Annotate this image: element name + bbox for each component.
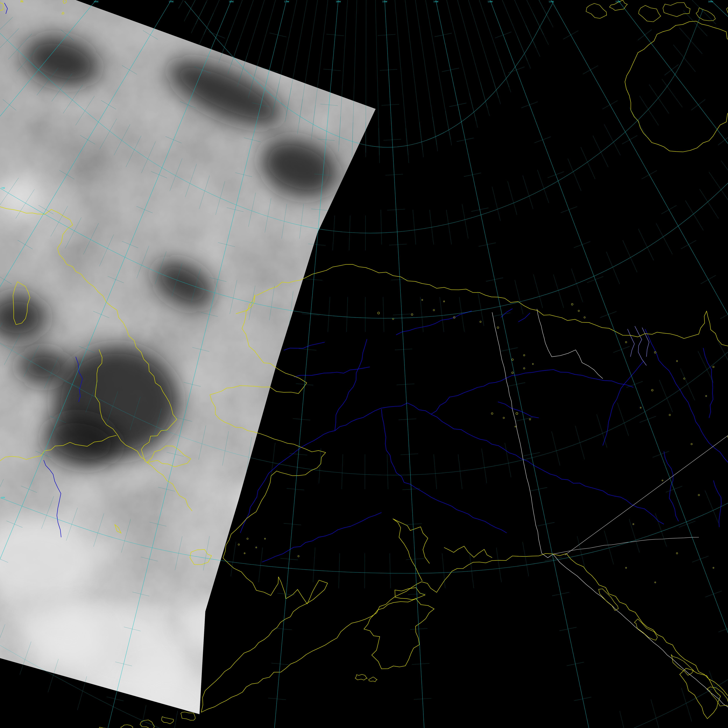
island — [181, 712, 196, 720]
meridian-tick — [613, 346, 630, 352]
meridian-tick — [700, 275, 716, 284]
coastline-haida-gwaii — [680, 668, 720, 719]
island — [663, 3, 690, 17]
meridian-tick — [720, 310, 728, 319]
meridian-tick — [560, 627, 577, 631]
lake — [411, 314, 413, 315]
river-nwt-3 — [664, 451, 679, 521]
meridian-tick — [638, 30, 652, 40]
latitude-tick — [379, 128, 379, 163]
meridian-tick — [495, 32, 511, 38]
latitude-tick — [413, 210, 416, 245]
river-delta-braid-2 — [642, 327, 649, 357]
lake — [584, 317, 585, 318]
latitude-tick — [656, 223, 672, 254]
latitude-tick — [171, 711, 177, 728]
screenshot-root: { "canvas": {"width": 6000, "height": 60… — [0, 0, 728, 728]
latitude-tick — [552, 431, 560, 465]
meridian-tick — [661, 205, 677, 214]
river-peel — [603, 361, 644, 445]
meridian-tick — [501, 348, 518, 351]
meridian-tick — [626, 381, 643, 387]
lake — [633, 523, 634, 525]
latitude-tick — [496, 548, 502, 582]
meridian-tick — [574, 242, 590, 248]
coastline-cook-inlet — [393, 519, 430, 581]
latitude-tick — [387, 454, 388, 489]
lake — [433, 309, 434, 311]
latitude-tick — [709, 172, 728, 201]
latitude-tick — [604, 124, 620, 155]
latitude-arc-50N — [0, 721, 728, 728]
meridian-tick — [464, 173, 481, 177]
lake — [655, 582, 656, 583]
meridian-tick — [457, 138, 474, 142]
lake — [626, 341, 627, 343]
latitude-tick — [526, 25, 540, 57]
lake — [532, 363, 534, 365]
island — [162, 717, 174, 724]
border-alaska-yukon-141w — [492, 312, 541, 553]
latitude-tick — [683, 11, 707, 36]
latitude-tick — [420, 297, 423, 332]
minor-meridian-segment — [179, 0, 183, 8]
lake — [676, 552, 678, 554]
lake — [444, 301, 445, 302]
latitude-tick — [577, 536, 586, 570]
lake — [626, 567, 627, 569]
meridian-tick — [486, 278, 503, 281]
latitude-tick — [629, 519, 639, 552]
latitude-tick — [662, 79, 682, 107]
latitude-tick — [571, 269, 583, 302]
lake — [523, 355, 525, 356]
latitude-tick — [505, 443, 511, 477]
latitude-tick — [515, 280, 523, 314]
grid-label-180E: 180E — [229, 0, 234, 3]
meridian-tick — [603, 101, 618, 109]
latitude-tick — [383, 297, 384, 332]
meridian-tick — [718, 135, 728, 145]
meridian-tick — [681, 240, 696, 249]
latitude-tick — [347, 297, 347, 332]
coastline-canada-north — [589, 311, 728, 373]
latitude-tick — [328, 297, 330, 332]
latitude-tick — [470, 93, 478, 127]
border-sixty-north-border — [553, 537, 699, 554]
latitude-tick — [419, 122, 424, 157]
river-yukon-flats-braid — [498, 402, 539, 418]
lake — [727, 436, 728, 437]
river-delta-braid-1 — [635, 326, 647, 366]
border-yukon-nwt-border — [537, 309, 603, 379]
meridian-tick — [107, 697, 124, 701]
meridian-tick — [442, 68, 459, 72]
lake — [480, 321, 481, 323]
coastline-ak-peninsula-bristol — [201, 583, 327, 712]
river-tanana — [381, 409, 507, 533]
meridian-tick — [691, 99, 705, 110]
latitude-tick — [390, 553, 390, 588]
lake — [512, 359, 513, 361]
meridian-tick — [537, 522, 554, 526]
coastline-banks-island — [625, 21, 728, 152]
latitude-tick — [482, 448, 487, 483]
latitude-tick — [458, 454, 462, 489]
river-nwt-4 — [713, 480, 721, 527]
latitude-tick — [629, 107, 647, 137]
meridian-130W — [490, 0, 728, 728]
latitude-tick — [606, 252, 620, 284]
lake — [705, 395, 707, 397]
latitude-tick — [349, 216, 350, 251]
latitude-tick — [381, 210, 382, 245]
grid-label-60N: 60N — [1, 496, 5, 499]
latitude-tick — [523, 542, 529, 576]
lake — [244, 553, 245, 554]
lake — [512, 372, 513, 374]
latitude-tick — [673, 45, 695, 72]
grid-label-100W: 100W — [708, 0, 713, 3]
meridian-tick — [471, 208, 488, 211]
lake — [238, 544, 240, 545]
river-sagavanirktok — [501, 309, 512, 317]
lake — [662, 480, 663, 481]
lake — [422, 299, 423, 301]
grid-label-160W: 160W — [336, 0, 341, 3]
